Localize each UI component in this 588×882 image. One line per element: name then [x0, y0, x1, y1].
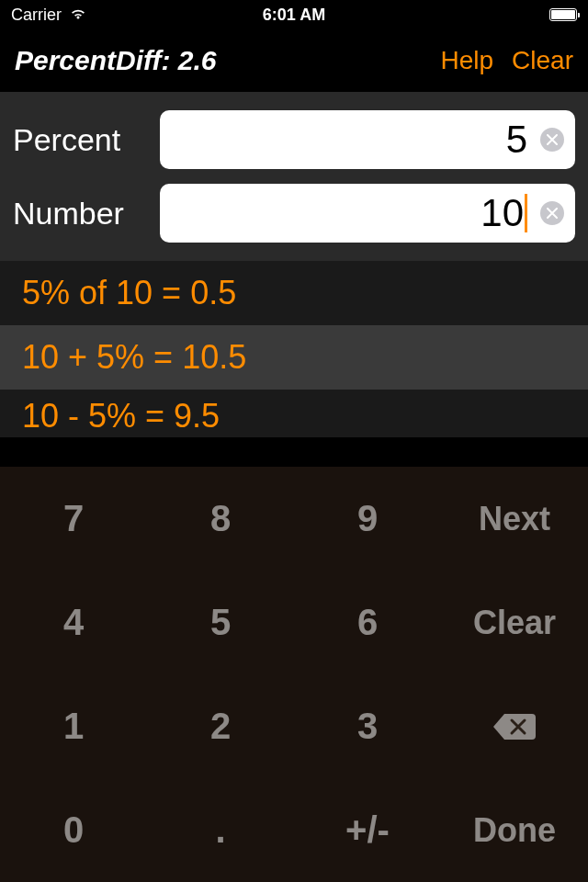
- text-cursor: [525, 194, 527, 232]
- carrier-label: Carrier: [11, 6, 62, 25]
- key-1[interactable]: 1: [0, 674, 147, 778]
- nav-bar: PercentDiff: 2.6 Help Clear: [0, 29, 588, 92]
- result-row: 10 - 5% = 9.5: [0, 390, 588, 437]
- inputs-section: Percent 5 Number 10: [0, 92, 588, 261]
- status-right: [549, 8, 577, 21]
- percent-input[interactable]: 5: [160, 110, 575, 169]
- key-backspace[interactable]: [441, 674, 588, 778]
- key-7[interactable]: 7: [0, 467, 147, 571]
- backspace-icon: [492, 710, 537, 743]
- number-row: Number 10: [13, 184, 575, 243]
- key-done[interactable]: Done: [441, 778, 588, 882]
- battery-icon: [549, 8, 577, 21]
- status-left: Carrier: [11, 6, 87, 25]
- percent-label: Percent: [13, 122, 160, 158]
- help-button[interactable]: Help: [440, 46, 493, 75]
- app-title: PercentDiff: 2.6: [15, 45, 217, 76]
- key-2[interactable]: 2: [147, 674, 294, 778]
- key-3[interactable]: 3: [294, 674, 441, 778]
- percent-value: 5: [506, 118, 527, 162]
- keypad: 7 8 9 Next 4 5 6 Clear 1 2 3 0 . +/- Don…: [0, 467, 588, 882]
- wifi-icon: [69, 6, 87, 25]
- status-bar: Carrier 6:01 AM: [0, 0, 588, 29]
- key-next[interactable]: Next: [441, 467, 588, 571]
- key-8[interactable]: 8: [147, 467, 294, 571]
- key-9[interactable]: 9: [294, 467, 441, 571]
- key-5[interactable]: 5: [147, 571, 294, 674]
- nav-actions: Help Clear: [440, 46, 573, 75]
- clear-button[interactable]: Clear: [512, 46, 573, 75]
- clear-percent-button[interactable]: [540, 128, 564, 152]
- key-6[interactable]: 6: [294, 571, 441, 674]
- result-row: 5% of 10 = 0.5: [0, 261, 588, 325]
- status-time: 6:01 AM: [263, 6, 325, 25]
- key-0[interactable]: 0: [0, 778, 147, 882]
- number-value: 10: [481, 191, 524, 235]
- number-label: Number: [13, 196, 160, 232]
- clear-number-button[interactable]: [540, 201, 564, 225]
- key-dot[interactable]: .: [147, 778, 294, 882]
- key-clear[interactable]: Clear: [441, 571, 588, 674]
- close-icon: [547, 208, 558, 219]
- percent-row: Percent 5: [13, 110, 575, 169]
- key-plusminus[interactable]: +/-: [294, 778, 441, 882]
- close-icon: [547, 134, 558, 145]
- results-section: 5% of 10 = 0.5 10 + 5% = 10.5 10 - 5% = …: [0, 261, 588, 437]
- key-4[interactable]: 4: [0, 571, 147, 674]
- result-row: 10 + 5% = 10.5: [0, 325, 588, 390]
- number-input[interactable]: 10: [160, 184, 575, 243]
